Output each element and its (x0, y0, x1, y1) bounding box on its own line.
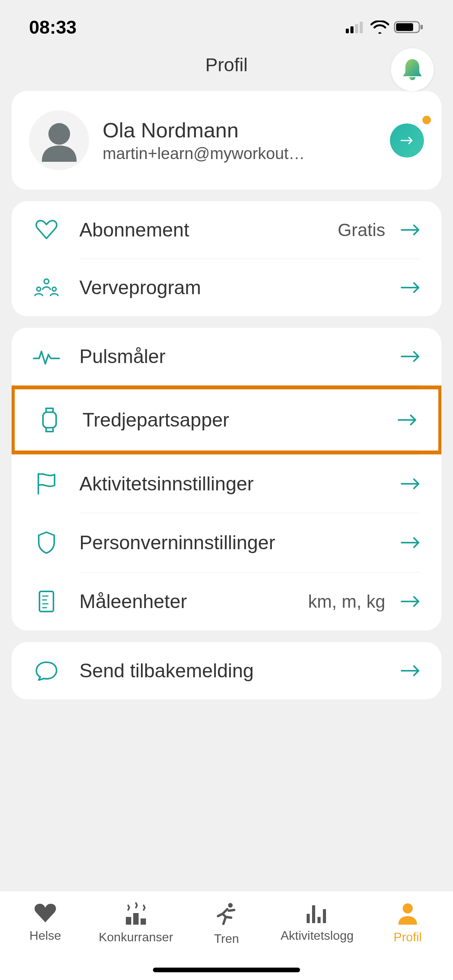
svg-rect-14 (133, 913, 139, 925)
tab-competitions[interactable]: Konkurranser (91, 902, 181, 944)
heartbeat-icon (33, 347, 60, 366)
flag-icon (33, 472, 60, 495)
running-icon (216, 902, 237, 927)
chevron-right-icon (401, 537, 420, 548)
tab-label: Aktivitetslogg (281, 929, 354, 943)
svg-rect-18 (312, 905, 315, 923)
chevron-right-icon (401, 224, 420, 236)
row-label: Send tilbakemelding (79, 660, 401, 682)
profile-info: Ola Nordmann martin+learn@myworkout… (103, 118, 382, 163)
svg-rect-12 (39, 591, 53, 612)
row-activity-settings[interactable]: Aktivitetsinnstillinger (12, 455, 441, 513)
svg-point-10 (52, 287, 56, 291)
chevron-right-icon (401, 596, 420, 607)
row-label: Aktivitetsinnstillinger (79, 473, 401, 495)
row-label: Tredjepartsapper (82, 409, 398, 431)
row-label: Pulsmåler (79, 345, 401, 368)
heart-outline-icon (33, 219, 60, 241)
page-title: Profil (205, 54, 247, 75)
arrow-right-icon (400, 136, 414, 145)
svg-point-9 (37, 287, 41, 291)
tab-activity-log[interactable]: Aktivitetslogg (272, 902, 362, 943)
svg-point-16 (228, 903, 233, 908)
chevron-right-icon (401, 665, 420, 677)
status-time: 08:33 (29, 17, 77, 38)
notifications-button[interactable] (391, 48, 434, 91)
avatar (29, 110, 89, 170)
svg-point-7 (48, 123, 70, 145)
profile-name: Ola Nordmann (103, 118, 382, 142)
home-indicator[interactable] (153, 968, 300, 972)
svg-rect-5 (396, 23, 413, 31)
status-bar: 08:33 (0, 0, 453, 46)
tab-label: Helse (29, 929, 61, 943)
tab-label: Profil (394, 930, 422, 944)
highlight-third-party: Tredjepartsapper (12, 385, 441, 454)
tab-profile[interactable]: Profil (362, 902, 453, 944)
chevron-right-icon (401, 478, 420, 490)
header: Profil (0, 46, 453, 91)
row-label: Verveprogram (79, 276, 401, 299)
tab-label: Tren (214, 932, 239, 946)
tab-label: Konkurranser (99, 930, 173, 944)
chevron-right-icon (401, 282, 420, 293)
row-subscription[interactable]: Abonnement Gratis (12, 201, 441, 259)
row-label: Abonnement (79, 219, 338, 241)
row-send-feedback[interactable]: Send tilbakemelding (12, 642, 441, 699)
svg-rect-0 (346, 29, 349, 33)
status-icons (346, 20, 424, 34)
row-third-party-apps[interactable]: Tredjepartsapper (15, 389, 438, 451)
svg-rect-2 (355, 24, 358, 33)
row-units[interactable]: Måleenheter km, m, kg (12, 572, 441, 630)
row-label: Måleenheter (79, 590, 308, 613)
settings-group-devices: Pulsmåler Tredjepartsapper Aktivi (12, 328, 441, 630)
svg-point-21 (403, 903, 413, 913)
svg-rect-13 (126, 917, 131, 925)
row-privacy-settings[interactable]: Personverninnstillinger (12, 513, 441, 572)
chevron-right-icon (398, 414, 417, 426)
people-icon (33, 278, 60, 298)
row-value: Gratis (338, 219, 385, 240)
svg-rect-11 (43, 412, 56, 428)
chevron-right-icon (401, 351, 420, 362)
settings-group-account: Abonnement Gratis Verveprogram (12, 201, 441, 316)
tab-health[interactable]: Helse (0, 902, 91, 943)
svg-rect-15 (141, 918, 146, 925)
profile-card[interactable]: Ola Nordmann martin+learn@myworkout… (12, 91, 441, 190)
svg-rect-3 (360, 22, 363, 33)
profile-email: martin+learn@myworkout… (103, 144, 343, 163)
svg-rect-19 (317, 917, 321, 923)
row-label: Personverninnstillinger (79, 531, 401, 554)
settings-group-feedback: Send tilbakemelding (12, 642, 441, 699)
ruler-icon (33, 590, 60, 613)
svg-point-8 (44, 279, 49, 284)
notification-dot (422, 116, 431, 124)
svg-rect-6 (420, 25, 423, 29)
battery-icon (394, 20, 424, 34)
heart-icon (33, 902, 58, 924)
svg-rect-17 (307, 914, 310, 923)
bell-icon (401, 57, 424, 82)
tab-train[interactable]: Tren (181, 902, 272, 946)
bar-chart-icon (305, 902, 329, 924)
chat-bubble-icon (33, 660, 60, 682)
row-referral[interactable]: Verveprogram (12, 259, 441, 316)
profile-arrow-button[interactable] (390, 123, 424, 158)
row-value: km, m, kg (308, 591, 385, 612)
watch-icon (36, 407, 63, 433)
shield-icon (33, 531, 60, 555)
row-heart-rate-monitor[interactable]: Pulsmåler (12, 328, 441, 385)
svg-rect-20 (323, 909, 326, 923)
wifi-icon (371, 21, 389, 34)
person-icon (397, 902, 419, 925)
cellular-icon (346, 21, 366, 33)
tab-bar: Helse Konkurranser Tren (0, 891, 453, 980)
podium-icon (124, 902, 148, 925)
svg-rect-1 (350, 26, 353, 33)
